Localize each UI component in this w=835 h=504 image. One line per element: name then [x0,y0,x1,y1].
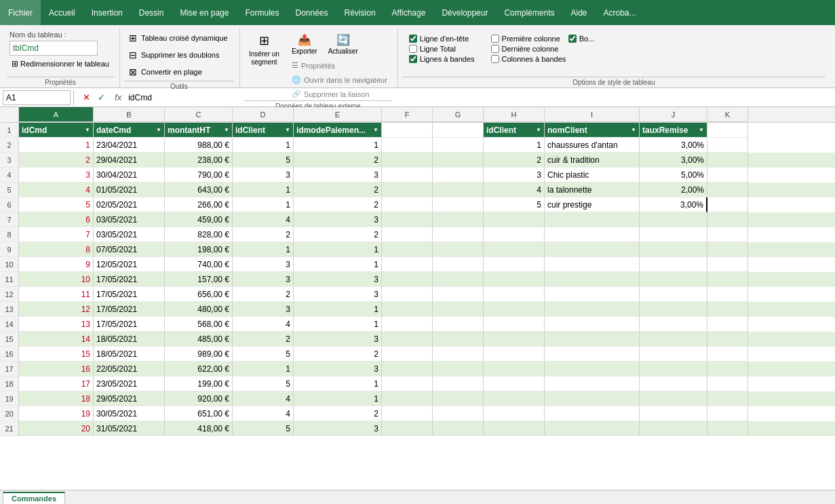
cell-idmodePaiemen-9[interactable]: 1 [294,242,382,257]
cell-idCmd-18[interactable]: 17 [19,376,94,391]
cell-dateCmd-10[interactable]: 12/05/2021 [94,257,165,272]
cell-idmodePaiemen-18[interactable]: 1 [294,376,382,391]
cell-F-7[interactable] [382,212,433,227]
filter-arrow-C[interactable]: ▼ [224,127,229,133]
cell-F-10[interactable] [382,257,433,272]
header-dateCmd[interactable]: dateCmd▼ [94,123,165,138]
cell-idmodePaiemen-16[interactable]: 2 [294,347,382,362]
cell-nomClient-16[interactable] [545,347,640,362]
cell-idmodePaiemen-5[interactable]: 2 [294,182,382,197]
cell-dateCmd-12[interactable]: 17/05/2021 [94,287,165,302]
col-header-K[interactable]: K [707,107,748,122]
bo-checkbox[interactable]: Bo... [568,35,595,43]
cell-F-6[interactable] [382,197,433,212]
cell-G-10[interactable] [433,257,484,272]
cell-nomClient-5[interactable]: la talonnette [545,182,640,197]
cell-tauxRemise-3[interactable]: 3,00% [640,153,707,168]
cell-idClientR-3[interactable]: 2 [484,153,545,168]
cell-tauxRemise-19[interactable] [640,391,707,406]
cell-idClient-9[interactable]: 1 [233,242,294,257]
cell-idClient-14[interactable]: 4 [233,317,294,332]
cell-F-3[interactable] [382,153,433,168]
cell-idClientR-4[interactable]: 3 [484,168,545,182]
cell-tauxRemise-2[interactable]: 3,00% [640,138,707,153]
cell-idCmd-17[interactable]: 16 [19,362,94,376]
cell-montantHT-13[interactable]: 480,00 € [165,302,233,317]
cell-G-18[interactable] [433,376,484,391]
cell-idmodePaiemen-10[interactable]: 1 [294,257,382,272]
cell-idCmd-16[interactable]: 15 [19,347,94,362]
cell-idClient-5[interactable]: 1 [233,182,294,197]
cell-nomClient-14[interactable] [545,317,640,332]
header-idmodePaiemen[interactable]: idmodePaiemen...▼ [294,123,382,138]
cell-G-5[interactable] [433,182,484,197]
cell-dateCmd-13[interactable]: 17/05/2021 [94,302,165,317]
cell-idClientR-6[interactable]: 5 [484,197,545,212]
cell-idmodePaiemen-11[interactable]: 3 [294,272,382,287]
cell-montantHT-8[interactable]: 828,00 € [165,227,233,242]
cell-montantHT-18[interactable]: 199,00 € [165,376,233,391]
cell-idClient-4[interactable]: 3 [233,168,294,182]
cell-dateCmd-11[interactable]: 17/05/2021 [94,272,165,287]
cell-dateCmd-21[interactable]: 31/05/2021 [94,421,165,436]
cell-K-13[interactable] [707,302,748,317]
cell-idClientR-9[interactable] [484,242,545,257]
cell-tauxRemise-7[interactable] [640,212,707,227]
cell-idClientR-7[interactable] [484,212,545,227]
cell-G-8[interactable] [433,227,484,242]
cell-nomClient-17[interactable] [545,362,640,376]
cell-K-21[interactable] [707,421,748,436]
cell-idClient-6[interactable]: 1 [233,197,294,212]
cell-montantHT-4[interactable]: 790,00 € [165,168,233,182]
cell-idClientR-8[interactable] [484,227,545,242]
cell-G-19[interactable] [433,391,484,406]
cell-idmodePaiemen-19[interactable]: 1 [294,391,382,406]
cell-G1[interactable] [433,123,484,138]
cell-montantHT-20[interactable]: 651,00 € [165,406,233,421]
cell-idmodePaiemen-15[interactable]: 3 [294,332,382,347]
cell-K-2[interactable] [707,138,748,153]
export-button[interactable]: 📤 Exporter [287,31,322,58]
cell-idCmd-6[interactable]: 5 [19,197,94,212]
cell-nomClient-3[interactable]: cuir & tradition [545,153,640,168]
cell-tauxRemise-16[interactable] [640,347,707,362]
filter-arrow-I[interactable]: ▼ [631,127,636,133]
cell-F-14[interactable] [382,317,433,332]
col-header-E[interactable]: E [294,107,382,122]
col-header-F[interactable]: F [382,107,433,122]
cell-idmodePaiemen-13[interactable]: 1 [294,302,382,317]
total-row-checkbox[interactable]: Ligne Total [409,45,475,53]
cell-dateCmd-16[interactable]: 18/05/2021 [94,347,165,362]
menu-aide[interactable]: Aide [562,0,595,25]
cell-idClientR-12[interactable] [484,287,545,302]
cell-tauxRemise-15[interactable] [640,332,707,347]
cell-nomClient-21[interactable] [545,421,640,436]
open-browser-button[interactable]: 🌐 Ouvrir dans le navigateur [288,73,391,86]
cell-idClientR-5[interactable]: 4 [484,182,545,197]
cell-idClientR-10[interactable] [484,257,545,272]
menu-complements[interactable]: Compléments [496,0,562,25]
cell-F-9[interactable] [382,242,433,257]
cell-nomClient-2[interactable]: chaussures d'antan [545,138,640,153]
cell-G-16[interactable] [433,347,484,362]
cell-montantHT-16[interactable]: 989,00 € [165,347,233,362]
cell-idmodePaiemen-4[interactable]: 3 [294,168,382,182]
cell-idClientR-21[interactable] [484,421,545,436]
menu-affichage[interactable]: Affichage [384,0,434,25]
resize-table-button[interactable]: ⊞ Redimensionner le tableau [9,58,111,70]
header-nomClient[interactable]: nomClient▼ [545,123,640,138]
col-header-H[interactable]: H [484,107,545,122]
cell-montantHT-21[interactable]: 418,00 € [165,421,233,436]
banded-cols-checkbox[interactable]: Colonnes à bandes [491,55,595,63]
cell-K-10[interactable] [707,257,748,272]
cell-idClientR-14[interactable] [484,317,545,332]
remove-duplicates-button[interactable]: ⊟ Supprimer les doublons [124,47,231,62]
cell-idCmd-21[interactable]: 20 [19,421,94,436]
cell-idmodePaiemen-14[interactable]: 1 [294,317,382,332]
cell-nomClient-4[interactable]: Chic plastic [545,168,640,182]
cell-idCmd-8[interactable]: 7 [19,227,94,242]
cell-K-9[interactable] [707,242,748,257]
cell-idCmd-4[interactable]: 3 [19,168,94,182]
table-name-input[interactable] [9,41,98,56]
confirm-formula-icon[interactable]: ✓ [94,91,108,104]
